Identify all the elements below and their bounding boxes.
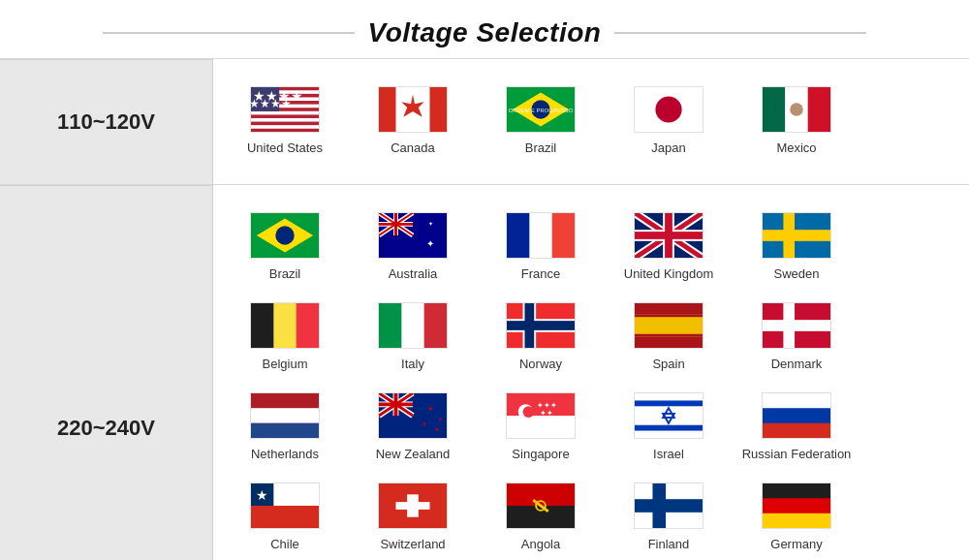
country-name: Chile (270, 537, 299, 553)
svg-rect-90 (507, 416, 575, 438)
page: Voltage Selection 110~120V (0, 0, 969, 560)
voltage-label-220: 220~240V (0, 185, 213, 560)
flag-fi (634, 482, 703, 529)
country-name: Russian Federation (742, 447, 852, 463)
flag-ao (506, 482, 576, 529)
country-name: United States (247, 140, 323, 157)
svg-rect-55 (251, 302, 273, 348)
flag-no (506, 302, 576, 349)
flag-es (634, 302, 703, 349)
country-name: Sweden (774, 266, 820, 283)
country-name: Finland (648, 537, 690, 553)
country-item: Israel (610, 392, 727, 463)
flag-sg: ✦✦✦ ✦✦ (506, 392, 576, 439)
flag-gb (634, 212, 703, 259)
country-name: Singapore (512, 447, 569, 463)
svg-rect-102 (763, 392, 830, 408)
svg-rect-71 (783, 302, 795, 348)
svg-rect-118 (763, 482, 830, 498)
country-name: France (521, 266, 560, 283)
svg-rect-4 (251, 111, 319, 115)
svg-text:✦: ✦ (422, 420, 427, 426)
country-item: France (483, 212, 599, 283)
svg-rect-114 (635, 499, 703, 513)
flag-se (762, 212, 831, 259)
svg-rect-6 (251, 125, 319, 129)
country-item: Sweden (738, 212, 855, 283)
country-name: Italy (401, 357, 424, 373)
voltage-row-110: 110~120V (0, 58, 969, 185)
svg-text:✦: ✦ (438, 417, 443, 422)
countries-grid-220: Brazil (213, 185, 969, 560)
flag-br: ORDEM E PROGRESSO (506, 86, 576, 133)
svg-rect-66 (635, 314, 703, 336)
country-name: Spain (652, 357, 684, 373)
country-item: ORDEM E PROGRESSO Brazil (483, 86, 599, 157)
country-item: ★ Chile (227, 482, 343, 553)
svg-text:✦✦: ✦✦ (540, 409, 553, 418)
svg-rect-109 (396, 502, 430, 510)
svg-point-92 (523, 406, 535, 418)
country-item: Denmark (738, 302, 855, 373)
svg-rect-5 (251, 118, 319, 122)
flag-de (762, 482, 831, 529)
country-name: Israel (653, 447, 684, 463)
voltage-row-220: 220~240V Brazil (0, 185, 969, 560)
svg-rect-95 (635, 392, 703, 438)
flag-br2 (250, 212, 320, 259)
flag-il (634, 392, 703, 439)
country-item: ✦ ✦ ✦ ✦ New Zealand (355, 392, 471, 463)
flag-au: ✦ ✦ (378, 212, 448, 259)
svg-rect-115 (652, 482, 666, 528)
svg-rect-12 (430, 87, 448, 133)
svg-rect-11 (379, 87, 396, 133)
country-name: Mexico (776, 140, 816, 157)
flag-dk (762, 302, 831, 349)
svg-rect-96 (635, 400, 703, 406)
flag-be (250, 302, 320, 349)
country-name: Germany (770, 537, 822, 553)
svg-point-26 (275, 226, 294, 244)
voltage-table: 110~120V (0, 58, 969, 560)
country-item: ✦ ✦ Australia (355, 212, 471, 283)
country-item: Netherlands (227, 392, 343, 463)
country-name: Brazil (269, 266, 301, 283)
header-line-left (103, 32, 355, 34)
svg-rect-41 (507, 213, 529, 259)
svg-rect-52 (763, 230, 830, 241)
flag-ru (762, 392, 831, 439)
flag-ca (378, 86, 448, 133)
country-item: Switzerland (355, 482, 471, 553)
svg-text:ORDEM E PROGRESSO: ORDEM E PROGRESSO (509, 108, 574, 113)
flag-nl (250, 392, 320, 439)
svg-text:✦: ✦ (427, 405, 434, 414)
country-name: Norway (519, 357, 562, 373)
country-item: Russian Federation (738, 392, 855, 463)
svg-rect-70 (763, 320, 830, 331)
country-name: Brazil (525, 140, 557, 157)
country-item: Brazil (227, 212, 343, 283)
country-name: Australia (389, 266, 438, 283)
country-name: Denmark (771, 357, 823, 373)
svg-rect-56 (297, 302, 319, 348)
country-item: Finland (610, 482, 727, 553)
svg-text:✦: ✦ (434, 426, 440, 433)
country-name: New Zealand (376, 447, 451, 463)
flag-ch (378, 482, 448, 529)
country-name: Belgium (263, 357, 308, 373)
country-item: Angola (483, 482, 599, 553)
svg-rect-97 (635, 424, 703, 430)
flag-it (378, 302, 448, 349)
flag-nz: ✦ ✦ ✦ ✦ (378, 392, 448, 439)
svg-rect-67 (635, 314, 703, 317)
svg-rect-53 (783, 213, 795, 259)
svg-rect-50 (665, 213, 672, 259)
svg-point-23 (790, 103, 803, 116)
flag-us: ★★★★★★ ★★★★★ (250, 86, 320, 133)
svg-rect-59 (379, 302, 401, 348)
country-item: Japan (610, 86, 727, 157)
country-item: Belgium (227, 302, 343, 373)
svg-rect-73 (251, 408, 319, 423)
svg-text:✦: ✦ (428, 221, 433, 227)
svg-point-19 (655, 96, 681, 122)
